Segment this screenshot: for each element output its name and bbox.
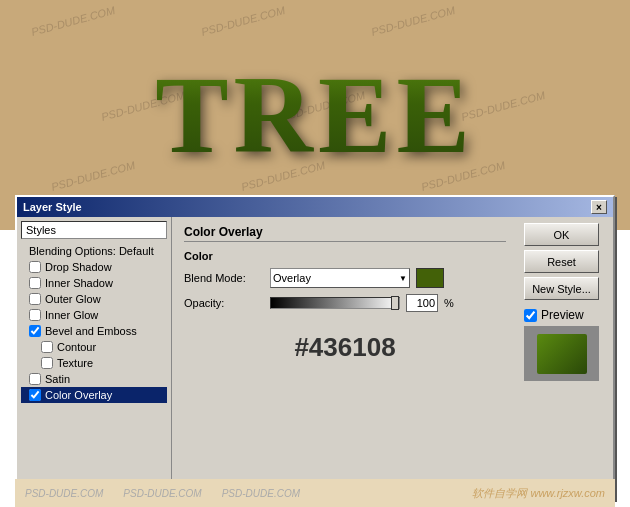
ok-button[interactable]: OK [524,223,599,246]
texture-checkbox[interactable] [41,357,53,369]
blend-mode-wrapper: Overlay Normal Multiply Screen [270,268,410,288]
layer-item-inner-shadow[interactable]: Inner Shadow [21,275,167,291]
color-overlay-checkbox[interactable] [29,389,41,401]
watermark-2: PSD-DUDE.COM [200,4,286,38]
watermark-7: PSD-DUDE.COM [50,159,136,193]
dialog-overlay: Layer Style × Styles Blending Options: D… [0,195,630,507]
right-panel: OK Reset New Style... Preview [518,217,613,498]
color-sub-title: Color [184,250,506,262]
percent-label: % [444,297,454,309]
color-overlay-label: Color Overlay [45,389,112,401]
dialog-title: Layer Style [23,201,82,213]
contour-label: Contour [57,341,96,353]
satin-checkbox[interactable] [29,373,41,385]
layer-item-satin[interactable]: Satin [21,371,167,387]
opacity-input[interactable]: 100 [406,294,438,312]
drop-shadow-label: Drop Shadow [45,261,112,273]
tree-text: TREE [155,52,475,179]
layer-style-dialog: Layer Style × Styles Blending Options: D… [15,195,615,500]
hex-color-display: #436108 [184,332,506,363]
layer-item-outer-glow[interactable]: Outer Glow [21,291,167,307]
satin-label: Satin [45,373,70,385]
left-panel: Styles Blending Options: Default Drop Sh… [17,217,172,498]
bottom-logo: 软件自学网 www.rjzxw.com [472,486,605,501]
outer-glow-label: Outer Glow [45,293,101,305]
inner-glow-checkbox[interactable] [29,309,41,321]
section-title: Color Overlay [184,225,506,242]
layer-item-texture[interactable]: Texture [21,355,167,371]
layer-item-color-overlay[interactable]: Color Overlay [21,387,167,403]
opacity-label: Opacity: [184,297,264,309]
watermark-3: PSD-DUDE.COM [370,4,456,38]
reset-button[interactable]: Reset [524,250,599,273]
bottom-wm-1: PSD-DUDE.COM [25,488,103,499]
contour-checkbox[interactable] [41,341,53,353]
main-panel: Color Overlay Color Blend Mode: Overlay … [172,217,518,498]
color-swatch[interactable] [416,268,444,288]
bevel-emboss-checkbox[interactable] [29,325,41,337]
bevel-emboss-label: Bevel and Emboss [45,325,137,337]
drop-shadow-checkbox[interactable] [29,261,41,273]
bottom-bar: PSD-DUDE.COM PSD-DUDE.COM PSD-DUDE.COM 软… [15,479,615,507]
preview-inner [537,334,587,374]
inner-shadow-label: Inner Shadow [45,277,113,289]
watermark-1: PSD-DUDE.COM [30,4,116,38]
preview-box [524,326,599,381]
dialog-titlebar: Layer Style × [17,197,613,217]
styles-header[interactable]: Styles [21,221,167,239]
layer-item-bevel-emboss[interactable]: Bevel and Emboss [21,323,167,339]
layer-item-drop-shadow[interactable]: Drop Shadow [21,259,167,275]
opacity-slider[interactable] [270,297,400,309]
texture-label: Texture [57,357,93,369]
layer-item-contour[interactable]: Contour [21,339,167,355]
layer-item-inner-glow[interactable]: Inner Glow [21,307,167,323]
bottom-wm-3: PSD-DUDE.COM [222,488,300,499]
preview-checkbox[interactable] [524,309,537,322]
dialog-close-button[interactable]: × [591,200,607,214]
preview-section: Preview [524,308,607,381]
preview-label: Preview [541,308,584,322]
preview-label-row: Preview [524,308,607,322]
layer-item-blending[interactable]: Blending Options: Default [21,243,167,259]
blend-mode-row: Blend Mode: Overlay Normal Multiply Scre… [184,268,506,288]
inner-shadow-checkbox[interactable] [29,277,41,289]
new-style-button[interactable]: New Style... [524,277,599,300]
inner-glow-label: Inner Glow [45,309,98,321]
opacity-row: Opacity: 100 % [184,294,506,312]
blending-label: Blending Options: Default [29,245,154,257]
dialog-body: Styles Blending Options: Default Drop Sh… [17,217,613,498]
outer-glow-checkbox[interactable] [29,293,41,305]
bottom-wm-2: PSD-DUDE.COM [123,488,201,499]
blend-mode-select[interactable]: Overlay Normal Multiply Screen [270,268,410,288]
blend-mode-label: Blend Mode: [184,272,264,284]
